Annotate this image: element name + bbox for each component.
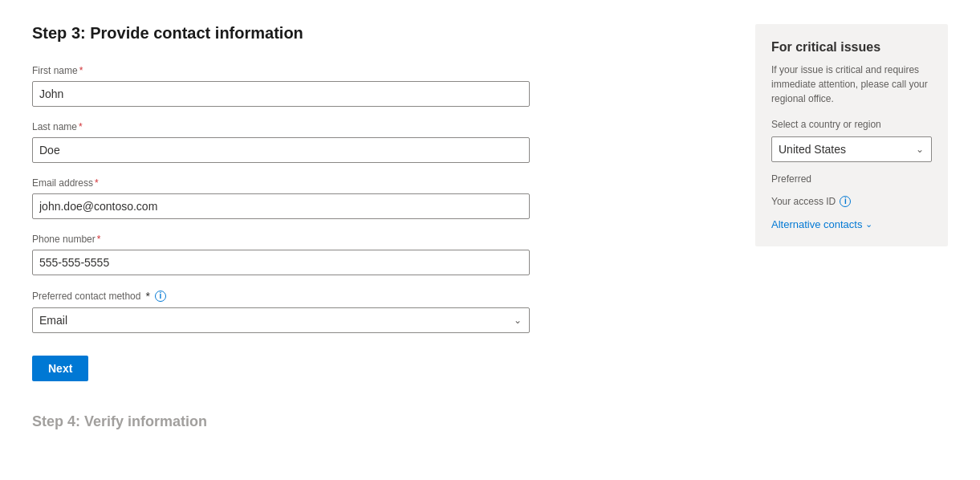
sidebar-description: If your issue is critical and requires i… <box>771 63 932 106</box>
first-name-label: First name* <box>32 65 546 76</box>
email-input[interactable] <box>32 193 530 219</box>
main-content: Step 3: Provide contact information Firs… <box>32 24 578 456</box>
last-name-label: Last name* <box>32 121 546 132</box>
preferred-method-select[interactable]: Email Phone <box>32 307 530 333</box>
first-name-group: First name* <box>32 65 546 107</box>
country-select-wrapper: United States Canada United Kingdom Aust… <box>771 136 932 162</box>
phone-group: Phone number* <box>32 234 546 275</box>
step3-title: Step 3: Provide contact information <box>32 24 546 43</box>
email-label: Email address* <box>32 177 546 189</box>
last-name-group: Last name* <box>32 121 546 163</box>
sidebar-access-id-row: Your access ID i <box>771 196 932 207</box>
preferred-method-select-wrapper: Email Phone ⌄ <box>32 307 530 333</box>
access-id-info-icon[interactable]: i <box>840 196 851 207</box>
alternative-contacts-label: Alternative contacts <box>771 218 862 230</box>
phone-label: Phone number* <box>32 234 546 245</box>
step4-title: Step 4: Verify information <box>32 413 546 430</box>
alternative-contacts-link[interactable]: Alternative contacts ⌄ <box>771 218 932 230</box>
phone-input[interactable] <box>32 250 530 275</box>
sidebar-title: For critical issues <box>771 40 932 55</box>
email-group: Email address* <box>32 177 546 219</box>
last-name-input[interactable] <box>32 137 530 163</box>
access-id-label-text: Your access ID <box>771 196 836 207</box>
first-name-input[interactable] <box>32 81 530 107</box>
preferred-method-info-icon[interactable]: i <box>155 291 166 302</box>
preferred-method-label: Preferred contact method <box>32 291 140 302</box>
country-select[interactable]: United States Canada United Kingdom Aust… <box>771 136 932 162</box>
country-region-label: Select a country or region <box>771 119 932 130</box>
sidebar-preferred-label: Preferred <box>771 173 932 185</box>
preferred-method-group: Preferred contact method * i Email Phone… <box>32 290 546 333</box>
sidebar: For critical issues If your issue is cri… <box>755 24 948 246</box>
next-button[interactable]: Next <box>32 356 88 381</box>
preferred-method-label-row: Preferred contact method * i <box>32 290 546 303</box>
alternative-contacts-chevron-icon: ⌄ <box>865 219 872 230</box>
